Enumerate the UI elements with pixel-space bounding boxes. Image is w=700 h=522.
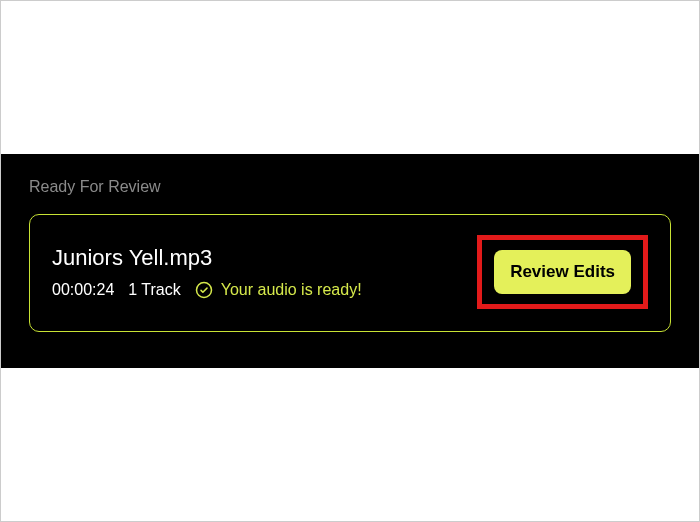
audio-status: Your audio is ready! (195, 281, 362, 299)
audio-item-card: Juniors Yell.mp3 00:00:24 1 Track Your a… (29, 214, 671, 332)
annotation-highlight: Review Edits (477, 235, 648, 309)
audio-item-info: Juniors Yell.mp3 00:00:24 1 Track Your a… (52, 245, 461, 299)
review-edits-button[interactable]: Review Edits (494, 250, 631, 294)
audio-duration: 00:00:24 (52, 281, 114, 299)
check-circle-icon (195, 281, 213, 299)
audio-filename: Juniors Yell.mp3 (52, 245, 461, 271)
audio-status-text: Your audio is ready! (221, 281, 362, 299)
audio-track-count: 1 Track (128, 281, 180, 299)
page-wrap: Ready For Review Juniors Yell.mp3 00:00:… (1, 154, 699, 368)
section-title: Ready For Review (29, 178, 671, 196)
audio-meta-row: 00:00:24 1 Track Your audio is ready! (52, 281, 461, 299)
review-panel: Ready For Review Juniors Yell.mp3 00:00:… (1, 154, 699, 368)
svg-point-0 (196, 283, 211, 298)
